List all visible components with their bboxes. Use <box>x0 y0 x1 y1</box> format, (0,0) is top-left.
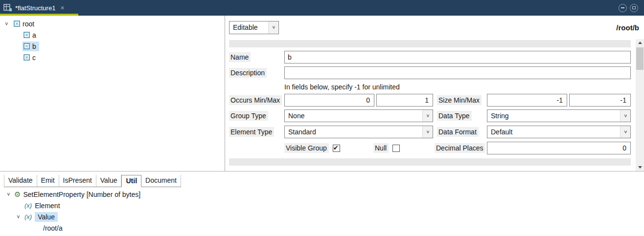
parameter-icon: (x) <box>24 213 32 220</box>
element-type-dropdown[interactable]: Standard > <box>284 126 433 138</box>
rules-panel: Validate Emit IsPresent Value Util Docum… <box>0 172 644 234</box>
tab-document[interactable]: Document <box>141 175 181 187</box>
data-type-label: Data Type <box>437 111 472 121</box>
tab-value[interactable]: Value <box>96 175 122 187</box>
app-icon <box>3 4 12 12</box>
dropdown-arrow-icon[interactable]: > <box>422 126 433 138</box>
description-label: Description <box>229 68 267 78</box>
name-label: Name <box>229 52 251 62</box>
occurs-minmax-label: Occurs Min/Max <box>229 95 282 105</box>
element-icon <box>23 32 30 38</box>
tree-node-b-selected[interactable]: b <box>0 41 225 52</box>
tab-validate[interactable]: Validate <box>4 175 37 187</box>
section-bar-top <box>229 40 631 47</box>
name-input[interactable] <box>284 51 631 64</box>
document-tab[interactable]: *flatStructure1 × <box>15 4 65 12</box>
titlebar: *flatStructure1 × <box>0 0 644 16</box>
decimal-places-input[interactable] <box>487 142 631 154</box>
tab-emit[interactable]: Emit <box>37 175 59 187</box>
mode-dropdown-value: Editable <box>230 21 268 34</box>
minimize-icon[interactable] <box>619 4 627 12</box>
size-max-input[interactable] <box>569 94 631 107</box>
properties-header: Editable > /root/b <box>225 16 644 39</box>
scrollbar-thumb[interactable] <box>636 47 644 70</box>
visible-group-checkbox[interactable] <box>333 145 340 152</box>
element-icon <box>14 21 20 27</box>
tree-node-a[interactable]: a <box>0 29 225 41</box>
dropdown-arrow-icon[interactable]: > <box>268 21 278 34</box>
rule-value-node-selected[interactable]: > (x) Value <box>0 211 644 222</box>
properties-panel: Editable > /root/b Name Description In f… <box>225 16 644 171</box>
tab-util[interactable]: Util <box>121 175 141 187</box>
mode-dropdown[interactable]: Editable > <box>229 21 279 34</box>
tree-node-root[interactable]: > root <box>0 18 225 29</box>
rule-function-label: SetElementProperty [Number of bytes] <box>23 191 140 198</box>
description-input[interactable] <box>284 66 631 79</box>
element-icon <box>23 43 30 49</box>
maximize-icon[interactable] <box>630 4 638 12</box>
element-type-label: Element Type <box>229 127 274 137</box>
tree-node-label: a <box>32 31 36 39</box>
null-checkbox[interactable] <box>392 145 400 152</box>
null-label: Null <box>373 143 389 153</box>
rule-value-label: Value <box>35 212 58 222</box>
dropdown-arrow-icon[interactable]: > <box>620 126 630 138</box>
data-format-dropdown[interactable]: Default > <box>487 126 631 138</box>
main-area: > root a b c <box>0 16 644 172</box>
dropdown-arrow-icon[interactable]: > <box>620 110 630 122</box>
group-data-type-row: Group Type None > Data Type String > <box>229 109 631 122</box>
rule-element-label: Element <box>35 202 60 210</box>
rule-tree: > ⚙ SetElementProperty [Number of bytes]… <box>0 189 644 234</box>
function-gear-icon: ⚙ <box>14 191 21 198</box>
size-min-input[interactable] <box>487 94 567 107</box>
document-tab-title: *flatStructure1 <box>15 4 55 12</box>
checkbox-row: Visible Group Null Decimal Places <box>229 142 631 154</box>
selection-highlight: b <box>23 42 39 51</box>
structure-tree-panel: > root a b c <box>0 16 225 171</box>
tree-node-label: b <box>32 43 36 50</box>
data-type-dropdown[interactable]: String > <box>487 109 631 122</box>
close-icon[interactable]: × <box>60 4 64 11</box>
chevron-down-icon[interactable]: > <box>16 214 21 219</box>
occurs-size-row: Occurs Min/Max Size Min/Max <box>229 94 631 107</box>
properties-form: Name Description In fields below, specif… <box>225 39 636 171</box>
rule-function-node[interactable]: > ⚙ SetElementProperty [Number of bytes] <box>0 189 644 200</box>
active-tab-underline <box>0 14 78 16</box>
rules-tab-bar: Validate Emit IsPresent Value Util Docum… <box>4 175 181 187</box>
decimal-places-label: Decimal Places <box>435 143 485 153</box>
unlimited-note: In fields below, specify -1 for unlimite… <box>284 83 631 91</box>
scroll-up-icon[interactable] <box>636 39 644 46</box>
visible-group-label: Visible Group <box>284 143 329 153</box>
rule-value-child-label: /root/a <box>43 224 63 232</box>
vertical-scrollbar[interactable] <box>636 39 644 171</box>
dropdown-arrow-icon[interactable]: > <box>422 110 433 122</box>
tab-ispresent[interactable]: IsPresent <box>59 175 96 187</box>
occurs-max-input[interactable] <box>376 94 433 107</box>
element-type-format-row: Element Type Standard > Data Format Defa… <box>229 126 631 138</box>
tree-node-label: root <box>23 20 34 28</box>
chevron-down-icon[interactable]: > <box>6 192 11 197</box>
tree-node-label: c <box>32 54 36 62</box>
chevron-down-icon[interactable]: > <box>4 21 9 26</box>
size-minmax-label: Size Min/Max <box>437 95 482 105</box>
rule-value-child-node[interactable]: /root/a <box>0 222 644 234</box>
parameter-icon: (x) <box>24 202 32 209</box>
element-path: /root/b <box>616 23 639 32</box>
name-row: Name <box>229 51 631 64</box>
description-row: Description <box>229 66 631 79</box>
occurs-min-input[interactable] <box>284 94 374 107</box>
tree-node-c[interactable]: c <box>0 52 225 63</box>
section-bar-bottom <box>229 158 631 166</box>
group-type-dropdown[interactable]: None > <box>284 109 433 122</box>
data-format-label: Data Format <box>437 127 479 137</box>
element-icon <box>23 54 30 61</box>
scroll-down-icon[interactable] <box>636 164 644 171</box>
group-type-label: Group Type <box>229 111 268 121</box>
rule-element-node[interactable]: (x) Element <box>0 200 644 211</box>
